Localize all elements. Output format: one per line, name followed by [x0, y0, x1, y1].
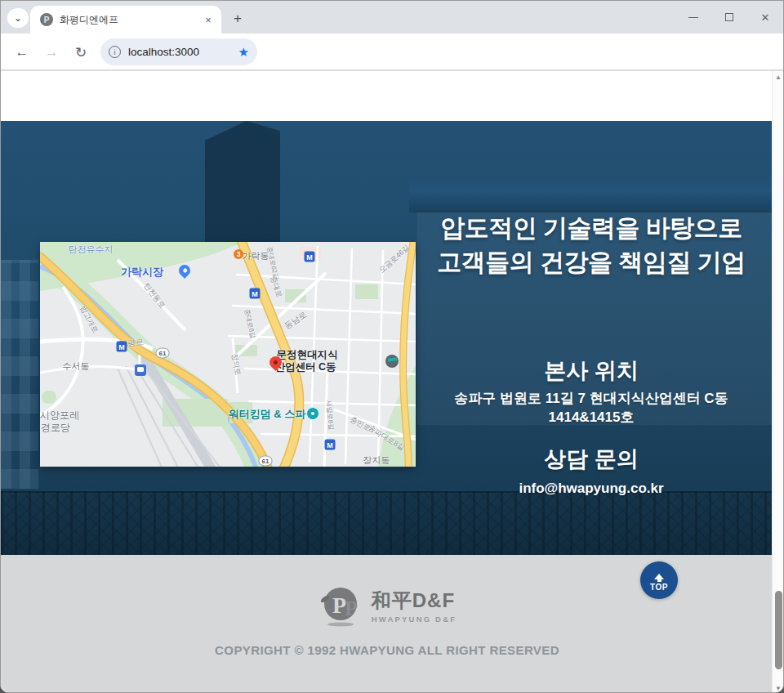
- map-label: 가락시장: [121, 265, 163, 279]
- url-text: localhost:3000: [128, 46, 238, 58]
- map-label: 중대로8길: [243, 308, 257, 339]
- map-label: 장지동: [363, 454, 390, 467]
- map-badge-train-icon: [135, 364, 146, 376]
- page-footer: TOP P P 和平D&F HWAPYUNG D&F COPYRIGHT © 1…: [1, 555, 773, 693]
- arrow-up-stem-icon: [657, 579, 662, 582]
- map-badge-metro-icon: M: [250, 288, 261, 299]
- footer-logo-text: 和平D&F HWAPYUNG D&F: [372, 588, 457, 624]
- close-window-button[interactable]: ✕: [747, 1, 783, 34]
- scroll-up-icon: ▲: [775, 74, 782, 81]
- map-label: 산업센터 C동: [275, 360, 336, 374]
- map-badge-shield-icon: 61: [156, 348, 170, 359]
- google-map-embed[interactable]: 탄천유수지가락시장탄천동로밤고개로광평로가락동중대로62길오금로46길중대로중대…: [40, 242, 416, 467]
- map-badge-metro-icon: M: [117, 342, 127, 352]
- page-viewport: 탄천유수지가락시장탄천동로밤고개로광평로가락동중대로62길오금로46길중대로중대…: [1, 71, 773, 693]
- hero-headline: 압도적인 기술력을 바탕으로 고객들의 건강을 책임질 기업: [417, 211, 765, 279]
- content-white-gap: [1, 71, 773, 121]
- browser-toolbar: ← → ↻ i localhost:3000 ★ S Re: [1, 34, 783, 70]
- svg-text:P: P: [345, 597, 358, 620]
- hero-text-block: 압도적인 기술력을 바탕으로 고객들의 건강을 책임질 기업 본사 위치 송파구…: [417, 121, 765, 555]
- plus-icon: +: [234, 11, 242, 27]
- site-favicon-icon: P: [40, 13, 53, 26]
- tab-search-button[interactable]: ⌄: [7, 8, 29, 28]
- location-address: 송파구 법원로 11길 7 현대지식산업센터 C동 1414&1415호: [417, 389, 765, 427]
- building-windows-silhouette: [1, 260, 38, 489]
- maximize-button[interactable]: [711, 1, 747, 34]
- map-label: 탄천동로: [141, 281, 167, 311]
- location-title: 본사 위치: [417, 356, 765, 386]
- contact-email: info@hwapyung.co.kr: [417, 479, 765, 498]
- address-line1: 송파구 법원로 11길 7 현대지식산업센터 C동: [417, 389, 765, 408]
- minimize-button[interactable]: [675, 1, 711, 34]
- address-line2: 1414&1415호: [417, 408, 765, 427]
- map-label: 동남로: [283, 309, 310, 332]
- window-controls: ✕: [675, 1, 783, 34]
- map-label: 탄천유수지: [69, 244, 114, 256]
- map-badge-line3-icon: 3: [234, 249, 243, 259]
- contact-title: 상담 문의: [417, 445, 765, 474]
- reload-button[interactable]: ↻: [69, 41, 92, 64]
- map-badge-metro-icon: M: [325, 440, 336, 450]
- map-label: 수서동: [63, 360, 90, 373]
- scroll-down-icon: ▼: [775, 685, 782, 692]
- site-info-icon[interactable]: i: [109, 46, 121, 58]
- scrollbar-thumb[interactable]: [775, 591, 782, 669]
- browser-window: ⌄ P 화평디엔에프 × + ✕ ← → ↻ i localhost:3000 …: [0, 0, 784, 693]
- map-label: 밤고개로: [78, 304, 100, 335]
- headline-line2: 고객들의 건강을 책임질 기업: [417, 245, 765, 279]
- new-tab-button[interactable]: +: [228, 9, 247, 29]
- tab-close-button[interactable]: ×: [202, 13, 215, 26]
- scrollbar-up-button[interactable]: ▲: [773, 71, 784, 83]
- address-bar[interactable]: i localhost:3000 ★: [100, 38, 257, 65]
- page-scrollbar[interactable]: ▲ ▼: [772, 71, 783, 693]
- map-labels-layer: 탄천유수지가락시장탄천동로밤고개로광평로가락동중대로62길오금로46길중대로중대…: [40, 242, 416, 467]
- map-label: 새말로8길: [324, 400, 336, 430]
- building-chimney-silhouette: [205, 121, 280, 260]
- logo-english-text: HWAPYUNG D&F: [372, 615, 457, 624]
- map-badge-metro-icon: M: [305, 252, 315, 262]
- map-label: 중대로: [268, 275, 285, 299]
- chevron-down-icon: ⌄: [14, 12, 22, 24]
- forward-icon: →: [45, 44, 59, 60]
- scrollbar-down-button[interactable]: ▼: [773, 682, 784, 693]
- close-icon: ×: [205, 14, 212, 26]
- bookmark-star-icon[interactable]: ★: [238, 45, 249, 60]
- maximize-icon: [725, 13, 733, 21]
- map-label: 송파대로8길: [366, 423, 406, 454]
- school-pin-icon[interactable]: [385, 355, 399, 368]
- headline-line1: 압도적인 기술력을 바탕으로: [417, 211, 765, 245]
- hero-section: 탄천유수지가락시장탄천동로밤고개로광평로가락동중대로62길오금로46길중대로중대…: [1, 121, 773, 555]
- forward-button[interactable]: →: [40, 41, 63, 64]
- browser-tab[interactable]: P 화평디엔에프 ×: [30, 6, 221, 34]
- spa-pin-icon[interactable]: [306, 407, 319, 420]
- copyright-text: COPYRIGHT © 1992 HWAPYUNG ALL RIGHT RESE…: [1, 643, 773, 657]
- tab-title: 화평디엔에프: [60, 13, 202, 27]
- hwapyung-logo-icon: P P: [318, 583, 363, 628]
- footer-logo: P P 和平D&F HWAPYUNG D&F: [1, 583, 773, 628]
- map-label: 오금로46길: [377, 243, 412, 275]
- back-icon: ←: [16, 44, 29, 60]
- tab-strip: ⌄ P 화평디엔에프 × + ✕: [1, 1, 783, 34]
- logo-chinese-text: 和平D&F: [372, 588, 457, 614]
- minimize-icon: [688, 17, 698, 18]
- map-badge-shield-icon: 61: [259, 456, 273, 467]
- map-label: 정의로: [229, 353, 243, 377]
- map-label: 워터킹덤 & 스파: [229, 407, 306, 422]
- back-button[interactable]: ←: [11, 41, 33, 64]
- close-icon: ✕: [761, 11, 770, 24]
- map-label: 경로당: [41, 421, 70, 435]
- reload-icon: ↻: [75, 44, 87, 61]
